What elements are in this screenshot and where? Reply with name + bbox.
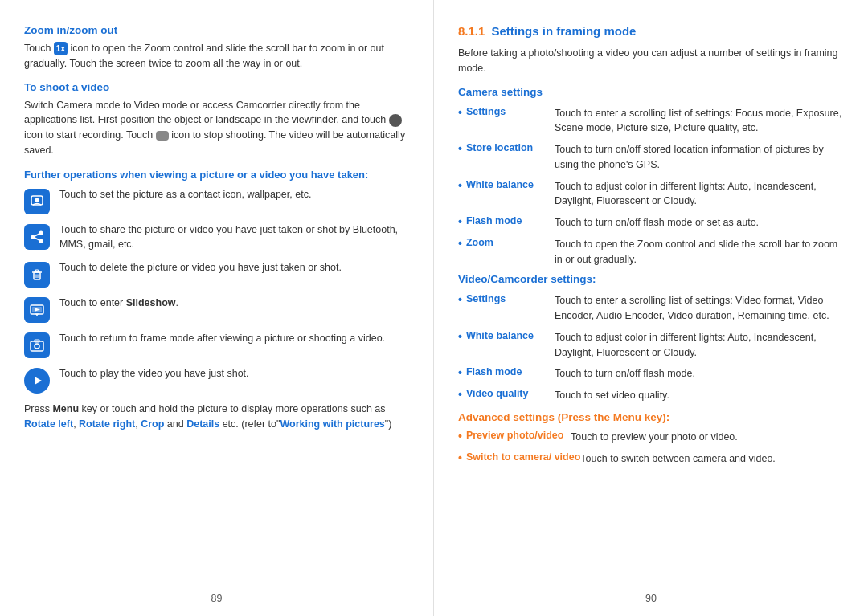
vbullet-0: •: [458, 293, 462, 306]
vbullet-3: •: [458, 388, 462, 401]
camera-settings-label-1: • Store location: [458, 142, 555, 155]
bullet-4: •: [458, 237, 462, 250]
svg-point-2: [39, 230, 43, 235]
video-settings-desc-0: Touch to enter a scrolling list of setti…: [555, 293, 844, 324]
frame-mode-icon-box: [24, 332, 50, 358]
video-settings-row-2: • Flash mode Touch to turn on/off flash …: [458, 366, 844, 381]
advanced-settings-label-1: • Switch to camera/ video: [458, 451, 580, 464]
video-settings-label-1: • White balance: [458, 330, 555, 343]
shoot-video-section: To shoot a video Switch Camera mode to V…: [24, 81, 409, 158]
icon-desc-2: Touch to share the picture or video you …: [59, 222, 409, 253]
svg-rect-7: [34, 272, 40, 279]
page-container: Zoom in/zoom out Touch 1x icon to open t…: [0, 0, 868, 616]
camera-settings-label-2: • White balance: [458, 179, 555, 192]
video-settings-title: Video/Camcorder settings:: [458, 273, 844, 285]
zoom-section: Zoom in/zoom out Touch 1x icon to open t…: [24, 24, 409, 71]
right-intro: Before taking a photo/shooting a video y…: [458, 46, 844, 76]
advanced-settings-row-0: • Preview photo/video Touch to preview y…: [458, 430, 844, 445]
abul-1: •: [458, 451, 462, 464]
stop-icon: [156, 131, 169, 141]
camera-settings-desc-4: Touch to open the Zoom control and slide…: [555, 237, 844, 267]
advanced-settings-title: Advanced settings (Press the Menu key):: [458, 411, 844, 423]
left-page-number: 89: [211, 593, 223, 604]
icon-row-6: Touch to play the video you have just sh…: [24, 366, 409, 394]
advanced-settings-label-0: • Preview photo/video: [458, 430, 571, 443]
contact-icon-box: [24, 189, 50, 214]
icon-desc-4: Touch to enter Slideshow.: [59, 296, 178, 311]
icon-desc-6: Touch to play the video you have just sh…: [59, 366, 249, 381]
chapter-title: Settings in framing mode: [491, 24, 636, 38]
icon-row-2: Touch to share the picture or video you …: [24, 222, 409, 253]
svg-point-4: [39, 239, 43, 243]
camera-settings-label-0: • Settings: [458, 106, 555, 119]
camera-settings-row-4: • Zoom Touch to open the Zoom control an…: [458, 237, 844, 267]
camera-settings-desc-3: Touch to turn on/off flash mode or set a…: [555, 215, 844, 230]
svg-rect-17: [31, 341, 43, 351]
svg-point-1: [35, 198, 39, 202]
video-settings-desc-3: Touch to set video quality.: [555, 388, 844, 403]
video-settings-label-3: • Video quality: [458, 388, 555, 401]
camera-settings-title: Camera settings: [458, 86, 844, 98]
svg-point-18: [35, 344, 39, 349]
camera-settings-label-4: • Zoom: [458, 237, 555, 250]
share-icon: [29, 229, 45, 245]
video-settings-label-2: • Flash mode: [458, 366, 555, 379]
further-ops-section: Further operations when viewing a pictur…: [24, 168, 409, 394]
zoom-icon: 1x: [54, 42, 68, 55]
chapter-number: 8.1.1: [458, 24, 485, 38]
bullet-3: •: [458, 215, 462, 228]
shoot-video-title: To shoot a video: [24, 81, 409, 93]
vbullet-1: •: [458, 330, 462, 343]
right-page-number: 90: [645, 593, 657, 604]
icon-desc-3: Touch to delete the picture or video you…: [59, 260, 342, 275]
camera-settings-row-3: • Flash mode Touch to turn on/off flash …: [458, 215, 844, 230]
shoot-video-body: Switch Camera mode to Video mode or acce…: [24, 98, 409, 158]
bullet-2: •: [458, 179, 462, 192]
svg-line-5: [35, 234, 39, 236]
camera-settings-row-1: • Store location Touch to turn on/off st…: [458, 142, 844, 173]
camera-settings-label-3: • Flash mode: [458, 215, 555, 228]
camera-settings-desc-1: Touch to turn on/off stored location inf…: [555, 142, 844, 173]
camera-settings-table: • Settings Touch to enter a scrolling li…: [458, 106, 844, 267]
slideshow-icon: [29, 302, 45, 318]
svg-point-3: [31, 235, 35, 239]
delete-icon-box: [24, 262, 50, 288]
camera-settings-row-0: • Settings Touch to enter a scrolling li…: [458, 106, 844, 137]
play-icon: [29, 373, 45, 389]
camera-settings-desc-0: Touch to enter a scrolling list of setti…: [555, 106, 844, 137]
camera-frame-icon: [29, 337, 45, 353]
icon-row-1: Touch to set the picture as a contact ic…: [24, 187, 409, 214]
icon-desc-5: Touch to return to frame mode after view…: [59, 331, 385, 346]
icon-row-4: Touch to enter Slideshow.: [24, 296, 409, 323]
advanced-settings-desc-1: Touch to switch between camera and video…: [580, 451, 844, 467]
video-settings-row-1: • White balance Touch to adjust color in…: [458, 330, 844, 361]
advanced-settings-row-1: • Switch to camera/ video Touch to switc…: [458, 451, 844, 467]
camera-settings-desc-2: Touch to adjust color in different light…: [555, 179, 844, 210]
zoom-title: Zoom in/zoom out: [24, 24, 409, 36]
chapter-header: 8.1.1 Settings in framing mode: [458, 24, 844, 38]
svg-marker-20: [35, 377, 42, 385]
video-settings-table: • Settings Touch to enter a scrolling li…: [458, 293, 844, 403]
video-settings-row-3: • Video quality Touch to set video quali…: [458, 388, 844, 403]
zoom-body: Touch 1x icon to open the Zoom control a…: [24, 41, 409, 71]
left-page: Zoom in/zoom out Touch 1x icon to open t…: [0, 0, 434, 616]
icon-desc-1: Touch to set the picture as a contact ic…: [59, 187, 311, 202]
bullet-0: •: [458, 106, 462, 119]
contact-icon: [29, 194, 45, 210]
record-icon: [389, 114, 402, 127]
play-icon-box: [24, 368, 50, 394]
video-settings-desc-2: Touch to turn on/off flash mode.: [555, 366, 844, 381]
slideshow-icon-box: [24, 297, 50, 323]
svg-line-6: [35, 238, 39, 240]
icon-row-5: Touch to return to frame mode after view…: [24, 331, 409, 358]
svg-rect-9: [35, 270, 39, 272]
video-settings-label-0: • Settings: [458, 293, 555, 306]
share-icon-box: [24, 224, 50, 250]
advanced-settings-table: • Preview photo/video Touch to preview y…: [458, 430, 844, 467]
vbullet-2: •: [458, 366, 462, 379]
further-ops-title: Further operations when viewing a pictur…: [24, 168, 409, 182]
right-page: 8.1.1 Settings in framing mode Before ta…: [434, 0, 868, 616]
icon-row-3: Touch to delete the picture or video you…: [24, 260, 409, 288]
video-settings-desc-1: Touch to adjust color in different light…: [555, 330, 844, 361]
video-settings-row-0: • Settings Touch to enter a scrolling li…: [458, 293, 844, 324]
